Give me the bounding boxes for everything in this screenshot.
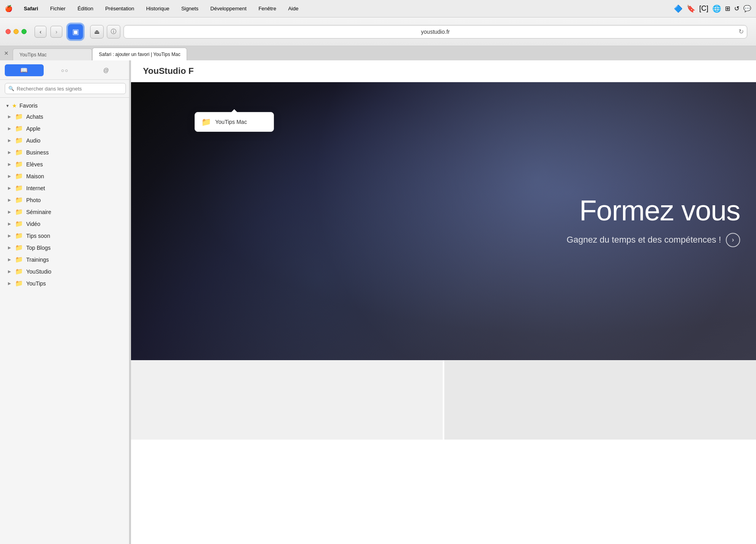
toolbar-icon-3: [C] (699, 4, 708, 13)
sidebar-item-apple[interactable]: ▶ 📁 Apple (2, 123, 129, 134)
top-blogs-chevron: ▶ (7, 245, 12, 250)
sidebar-item-video[interactable]: ▶ 📁 Vidéo (2, 218, 129, 230)
sidebar-item-seminaire[interactable]: ▶ 📁 Séminaire (2, 206, 129, 218)
eleves-chevron: ▶ (7, 162, 12, 166)
close-tab-area-button[interactable]: ✕ (0, 46, 13, 60)
sidebar-item-trainings[interactable]: ▶ 📁 Trainings (2, 254, 129, 265)
tab-overview-icon: ▣ (72, 27, 79, 36)
sidebar-list: ▼ ★ Favoris ▶ 📁 Achats ▶ 📁 Apple ▶ 📁 Aud… (0, 98, 131, 544)
menubar-safari[interactable]: Safari (21, 5, 40, 12)
tab-youtips-mac[interactable]: YouTips Mac (13, 48, 92, 60)
achats-label: Achats (26, 114, 43, 120)
website-logo: YouStudio F (143, 66, 194, 76)
address-bar[interactable]: youstudio.fr ↻ (123, 25, 747, 39)
search-icon: 🔍 (8, 86, 14, 91)
sidebar-item-tips-soon[interactable]: ▶ 📁 Tips soon (2, 230, 129, 241)
trainings-label: Trainings (26, 257, 49, 263)
menubar-fenetre[interactable]: Fenêtre (256, 5, 279, 12)
toolbar-icon-1: 🔷 (674, 4, 683, 13)
favorites-star-icon: ★ (12, 102, 17, 109)
youstudio-folder-icon: 📁 (15, 268, 23, 275)
business-chevron: ▶ (7, 150, 12, 154)
audio-folder-icon: 📁 (15, 137, 23, 144)
favorites-label: Favoris (19, 102, 38, 109)
eleves-label: Elèves (26, 161, 43, 168)
back-icon: ‹ (40, 29, 42, 35)
info-button[interactable]: ⓘ (107, 25, 120, 39)
tabs-row: ✕ YouTips Mac Safari : ajouter un favori… (0, 46, 756, 60)
hero-subtitle: Gagnez du temps et des compétences ! › (567, 233, 740, 247)
url-text: youstudio.fr (421, 29, 449, 35)
bookmark-popup: 📁 YouTips Mac (195, 112, 274, 132)
reading-list-icon: ○○ (61, 68, 69, 73)
maison-chevron: ▶ (7, 174, 12, 178)
forward-icon: › (56, 29, 58, 35)
youtips-label: YouTips (26, 280, 46, 287)
photo-folder-icon: 📁 (15, 196, 23, 204)
menubar-developpement[interactable]: Développement (208, 5, 249, 12)
sidebar-item-achats[interactable]: ▶ 📁 Achats (2, 111, 129, 122)
sidebar-resize-handle[interactable] (129, 60, 131, 544)
maison-folder-icon: 📁 (15, 172, 23, 180)
toolbar-icon-5: ⊞ (725, 5, 730, 12)
bookmark-popup-label: YouTips Mac (215, 119, 247, 125)
sidebar: 📖 ○○ @ 🔍 ▼ ★ Favoris ▶ (0, 60, 131, 544)
youtips-chevron: ▶ (7, 281, 12, 286)
hero-arrow-icon: › (732, 237, 734, 244)
website-header: YouStudio F (131, 60, 756, 82)
info-icon: ⓘ (111, 28, 116, 35)
menubar-aide[interactable]: Aide (286, 5, 301, 12)
seminaire-folder-icon: 📁 (15, 208, 23, 216)
search-input-wrap[interactable]: 🔍 (5, 83, 126, 94)
menubar-edition[interactable]: Édition (75, 5, 96, 12)
internet-chevron: ▶ (7, 186, 12, 190)
sidebar-item-photo[interactable]: ▶ 📁 Photo (2, 194, 129, 206)
achats-chevron: ▶ (7, 114, 12, 119)
close-icon: ✕ (4, 50, 9, 56)
close-window-button[interactable] (6, 29, 11, 34)
eleves-folder-icon: 📁 (15, 160, 23, 168)
seminaire-chevron: ▶ (7, 210, 12, 214)
sidebar-item-audio[interactable]: ▶ 📁 Audio (2, 135, 129, 146)
sidebar-item-business[interactable]: ▶ 📁 Business (2, 147, 129, 158)
photo-label: Photo (26, 197, 41, 203)
menubar-fichier[interactable]: Fichier (48, 5, 68, 12)
hero-title: Formez vous (567, 195, 740, 226)
sidebar-item-maison[interactable]: ▶ 📁 Maison (2, 170, 129, 182)
sidebar-tab-reading-list[interactable]: ○○ (45, 64, 85, 76)
fullscreen-window-button[interactable] (21, 29, 27, 34)
sidebar-item-youstudio[interactable]: ▶ 📁 YouStudio (2, 266, 129, 277)
reload-button[interactable]: ↻ (739, 28, 744, 35)
menubar-signets[interactable]: Signets (179, 5, 201, 12)
menubar-presentation[interactable]: Présentation (103, 5, 137, 12)
video-chevron: ▶ (7, 222, 12, 226)
youstudio-chevron: ▶ (7, 269, 12, 274)
sidebar-item-eleves[interactable]: ▶ 📁 Elèves (2, 158, 129, 170)
sidebar-item-top-blogs[interactable]: ▶ 📁 Top Blogs (2, 242, 129, 253)
toolbar-icon-2: 🔖 (687, 4, 695, 13)
sidebar-item-internet[interactable]: ▶ 📁 Internet (2, 182, 129, 194)
internet-folder-icon: 📁 (15, 184, 23, 192)
sidebar-item-youtips[interactable]: ▶ 📁 YouTips (2, 278, 129, 289)
top-blogs-label: Top Blogs (26, 245, 50, 251)
minimize-window-button[interactable] (14, 29, 19, 34)
apple-menu[interactable]: 🍎 (5, 5, 13, 12)
menubar-historique[interactable]: Historique (144, 5, 172, 12)
eject-button[interactable]: ⏏ (90, 25, 104, 39)
tab-safari-ajouter-favori[interactable]: Safari : ajouter un favori | YouTips Mac (92, 48, 187, 60)
back-button[interactable]: ‹ (35, 26, 46, 38)
menubar: 🍎 Safari Fichier Édition Présentation Hi… (0, 0, 756, 17)
trainings-folder-icon: 📁 (15, 256, 23, 263)
toolbar-icon-7: 💬 (743, 5, 751, 12)
bookmark-popup-folder-icon: 📁 (201, 117, 211, 127)
toolbar: ‹ › ▣ ⏏ ⓘ youstudio.fr ↻ (0, 17, 756, 46)
sidebar-tab-bookmarks[interactable]: 📖 (5, 64, 44, 76)
hero-cta-arrow[interactable]: › (726, 233, 740, 247)
favorites-header[interactable]: ▼ ★ Favoris (0, 100, 131, 110)
show-tab-overview-button[interactable]: ▣ (68, 24, 83, 39)
sidebar-tab-shared-links[interactable]: @ (86, 64, 126, 76)
search-input[interactable] (17, 86, 122, 92)
forward-button[interactable]: › (50, 26, 62, 38)
main-content: 📁 YouTips Mac YouStudio F Formez vous Ga… (131, 60, 756, 544)
tab-label-2: Safari : ajouter un favori | YouTips Mac (99, 52, 180, 57)
